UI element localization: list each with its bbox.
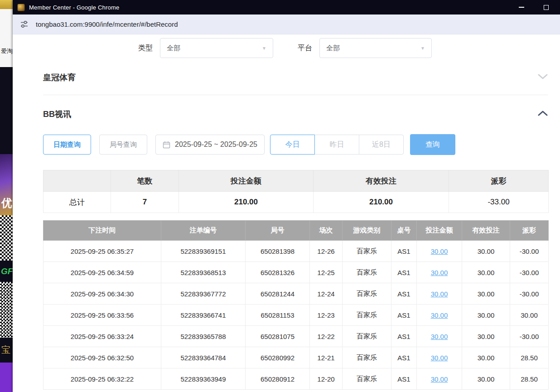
summary-header-valid-bet: 有效投注 xyxy=(314,170,449,192)
cell-order-no: 522839363949 xyxy=(161,368,246,390)
table-row: 2025-09-25 06:32:50 522839364784 6502809… xyxy=(43,347,549,368)
cell-valid-bet: 30.00 xyxy=(462,305,510,326)
cell-bet-amount: 30.00 xyxy=(417,347,462,368)
cell-session: 12-24 xyxy=(310,283,343,305)
bet-records-table: 下注时间 注单编号 局号 场次 游戏类别 桌号 投注金额 有效投注 派彩 202… xyxy=(43,220,549,390)
maximize-button[interactable] xyxy=(543,4,549,10)
minimize-button[interactable] xyxy=(518,4,525,10)
cell-session: 12-25 xyxy=(310,262,343,283)
table-row: 2025-09-25 06:34:30 522839367772 6502812… xyxy=(43,283,549,305)
round-query-button[interactable]: 局号查询 xyxy=(99,135,147,155)
bet-amount-link[interactable]: 30.00 xyxy=(431,354,448,362)
bet-amount-link[interactable]: 30.00 xyxy=(431,247,448,255)
cell-bet-time: 2025-09-25 06:33:24 xyxy=(43,326,161,347)
cell-valid-bet: 30.00 xyxy=(462,262,510,283)
window-title: Member Center - Google Chrome xyxy=(29,4,119,11)
cell-round-no: 650281153 xyxy=(246,305,310,326)
table-row: 2025-09-25 06:35:27 522839369151 6502813… xyxy=(43,241,549,262)
background-label-bao: 宝 xyxy=(0,338,13,363)
cell-bet-time: 2025-09-25 06:34:59 xyxy=(43,262,161,283)
type-filter-label: 类型 xyxy=(138,44,153,53)
cell-round-no: 650281398 xyxy=(246,241,310,262)
type-select[interactable]: 全部 ▼ xyxy=(160,38,273,58)
header-round-no: 局号 xyxy=(246,221,310,241)
yesterday-button[interactable]: 昨日 xyxy=(314,135,359,155)
summary-header-row: 笔数 投注金额 有效投注 派彩 xyxy=(43,170,549,192)
bet-amount-link[interactable]: 30.00 xyxy=(431,311,448,319)
url-text[interactable]: tongbao31.com:9900/infe/mcenter/#/betRec… xyxy=(36,20,178,28)
background-purple-block xyxy=(0,363,13,392)
cell-table-no: AS1 xyxy=(391,347,417,368)
summary-header-payout: 派彩 xyxy=(449,170,549,192)
cell-valid-bet: 30.00 xyxy=(462,368,510,390)
date-range-input[interactable]: 2025-09-25 ~ 2025-09-25 xyxy=(155,135,265,155)
cell-bet-amount: 30.00 xyxy=(417,283,462,305)
address-bar[interactable]: tongbao31.com:9900/infe/mcenter/#/betRec… xyxy=(13,15,560,34)
header-valid-bet: 有效投注 xyxy=(462,221,510,241)
query-toolbar: 日期查询 局号查询 2025-09-25 ~ 2025-09-25 今日 xyxy=(43,134,548,155)
section-crown-sports[interactable]: 皇冠体育 xyxy=(43,68,548,87)
cell-payout: 28.50 xyxy=(510,368,549,390)
page-content: 类型 全部 ▼ 平台 全部 ▼ 皇冠体育 xyxy=(13,34,560,392)
bet-amount-link[interactable]: 30.00 xyxy=(431,290,448,298)
cell-order-no: 522839367772 xyxy=(161,283,246,305)
header-payout: 派彩 xyxy=(510,221,549,241)
filter-row: 类型 全部 ▼ 平台 全部 ▼ xyxy=(43,38,548,58)
cell-valid-bet: 30.00 xyxy=(462,283,510,305)
cell-game-type: 百家乐 xyxy=(343,283,391,305)
cell-game-type: 百家乐 xyxy=(343,305,391,326)
summary-payout-value: -33.00 xyxy=(449,192,549,213)
cell-game-type: 百家乐 xyxy=(343,241,391,262)
cell-valid-bet: 30.00 xyxy=(462,241,510,262)
cell-round-no: 650280912 xyxy=(246,368,310,390)
section-bb-video[interactable]: BB视讯 xyxy=(43,105,548,123)
cell-payout: 28.50 xyxy=(510,347,549,368)
bet-amount-link[interactable]: 30.00 xyxy=(431,269,448,276)
platform-select[interactable]: 全部 ▼ xyxy=(319,38,432,58)
cell-bet-time: 2025-09-25 06:33:56 xyxy=(43,305,161,326)
calendar-icon xyxy=(163,141,170,149)
cell-order-no: 522839365788 xyxy=(161,326,246,347)
platform-select-value: 全部 xyxy=(326,44,340,53)
today-button[interactable]: 今日 xyxy=(270,135,315,155)
cell-session: 12-22 xyxy=(310,326,343,347)
site-settings-icon[interactable] xyxy=(20,20,29,29)
cell-order-no: 522839368513 xyxy=(161,262,246,283)
cell-game-type: 百家乐 xyxy=(343,347,391,368)
background-white-block: 爱淘 xyxy=(0,9,13,67)
cell-order-no: 522839366741 xyxy=(161,305,246,326)
cell-payout: -30.00 xyxy=(510,262,549,283)
search-button[interactable]: 查询 xyxy=(410,134,455,155)
chevron-up-icon xyxy=(537,110,548,118)
date-query-button[interactable]: 日期查询 xyxy=(43,135,91,155)
header-bet-time: 下注时间 xyxy=(43,221,161,241)
bet-amount-link[interactable]: 30.00 xyxy=(431,375,448,383)
cell-game-type: 百家乐 xyxy=(343,368,391,390)
cell-bet-time: 2025-09-25 06:35:27 xyxy=(43,241,161,262)
background-desktop-strip: 爱淘 优 GF 宝 xyxy=(0,0,13,392)
cell-valid-bet: 30.00 xyxy=(462,347,510,368)
cell-table-no: AS1 xyxy=(391,283,417,305)
background-label-gf: GF xyxy=(0,261,13,282)
background-game-art: 优 xyxy=(0,154,13,215)
date-range-value: 2025-09-25 ~ 2025-09-25 xyxy=(175,140,257,149)
cell-session: 12-23 xyxy=(310,305,343,326)
cell-valid-bet: 30.00 xyxy=(462,326,510,347)
cell-bet-time: 2025-09-25 06:34:30 xyxy=(43,283,161,305)
cell-bet-amount: 30.00 xyxy=(417,262,462,283)
header-game-type: 游戏类别 xyxy=(343,221,391,241)
cell-table-no: AS1 xyxy=(391,241,417,262)
summary-count-value: 7 xyxy=(111,192,179,213)
background-label-game: 优 xyxy=(0,196,13,210)
cell-order-no: 522839364784 xyxy=(161,347,246,368)
cell-session: 12-21 xyxy=(310,347,343,368)
last-8-days-button[interactable]: 近8日 xyxy=(359,135,404,155)
table-row: 2025-09-25 06:33:56 522839366741 6502811… xyxy=(43,305,549,326)
bet-table-header-row: 下注时间 注单编号 局号 场次 游戏类别 桌号 投注金额 有效投注 派彩 xyxy=(43,221,549,241)
cell-table-no: AS1 xyxy=(391,262,417,283)
summary-header-count: 笔数 xyxy=(111,170,179,192)
cell-table-no: AS1 xyxy=(391,326,417,347)
bet-amount-link[interactable]: 30.00 xyxy=(431,333,448,340)
screen: 爱淘 优 GF 宝 Member Center - Google Chrome xyxy=(0,0,560,392)
header-order-no: 注单编号 xyxy=(161,221,246,241)
